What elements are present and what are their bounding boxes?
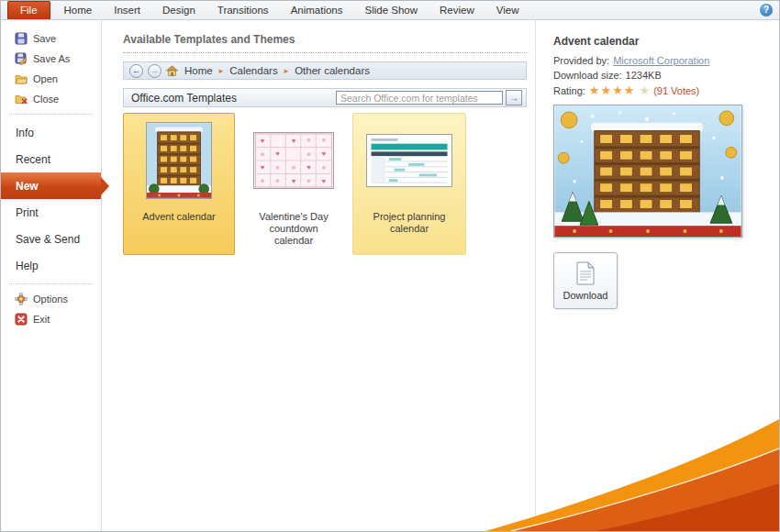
sidebar-item-help[interactable]: Help <box>1 252 101 279</box>
sidebar-item-label: New <box>16 180 39 193</box>
sidebar-item-info[interactable]: Info <box>1 119 101 146</box>
sidebar-item-label: Close <box>33 94 59 105</box>
sidebar-item-recent[interactable]: Recent <box>1 146 101 172</box>
provided-by-row: Provided by: Microsoft Corporation <box>553 55 779 66</box>
sidebar-item-open[interactable]: Open <box>1 69 101 89</box>
template-label: Project planning calendar <box>357 211 462 235</box>
star-rating-empty-icon: ★ <box>639 84 650 96</box>
section-title: Office.com Templates <box>131 92 336 105</box>
ribbon-tab-bar: File Home Insert Design Transitions Anim… <box>1 1 779 20</box>
tab-review[interactable]: Review <box>429 2 485 19</box>
sidebar-item-label: Recent <box>16 153 50 166</box>
home-icon <box>166 65 178 76</box>
chevron-right-icon: ▸ <box>284 66 289 75</box>
tab-view[interactable]: View <box>485 2 530 19</box>
svg-text:♥: ♥ <box>322 150 327 158</box>
close-icon <box>15 93 28 105</box>
provided-by-link[interactable]: Microsoft Corporation <box>613 55 709 66</box>
svg-text:♥: ♥ <box>275 150 280 158</box>
votes-count: (91 Votes) <box>653 85 699 96</box>
provided-by-label: Provided by: <box>553 55 609 66</box>
save-icon <box>15 32 28 45</box>
sidebar-separator <box>9 114 93 115</box>
template-details-panel: Advent calendar Provided by: Microsoft C… <box>536 20 779 531</box>
sidebar-item-options[interactable]: Options <box>1 289 101 309</box>
valentines-calendar-thumbnail: ♥♥♥ ♥♥♥ ♥♥ <box>253 132 334 189</box>
templates-main-panel: Available Templates and Themes ← → Home … <box>102 20 535 531</box>
backstage-view: Save Save As Open Close <box>1 20 779 531</box>
svg-text:♥: ♥ <box>292 177 296 185</box>
tab-file[interactable]: File <box>7 1 50 19</box>
document-icon <box>575 261 596 285</box>
template-thumbnail-wrap <box>366 114 452 207</box>
search-input[interactable] <box>336 91 503 105</box>
sidebar-item-label: Print <box>16 206 39 219</box>
template-thumbnail-wrap <box>146 114 212 207</box>
breadcrumb-item-calendars[interactable]: Calendars <box>228 65 279 76</box>
tab-design[interactable]: Design <box>151 2 206 19</box>
chevron-right-icon: ▸ <box>219 66 224 75</box>
advent-calendar-thumbnail <box>146 122 212 199</box>
sidebar-item-label: Save & Send <box>16 233 80 246</box>
back-button[interactable]: ← <box>129 64 143 78</box>
svg-text:♥: ♥ <box>306 163 311 172</box>
breadcrumb-item-home[interactable]: Home <box>183 65 215 76</box>
search-go-button[interactable]: → <box>506 90 522 105</box>
sidebar-item-label: Help <box>16 260 39 272</box>
sidebar-item-print[interactable]: Print <box>1 199 101 226</box>
download-size-value: 1234KB <box>626 70 662 81</box>
tab-transitions[interactable]: Transitions <box>206 2 280 19</box>
template-thumbnail-wrap: ♥♥♥ ♥♥♥ ♥♥ <box>253 114 334 207</box>
tab-animations[interactable]: Animations <box>280 2 354 19</box>
template-label: Advent calendar <box>142 211 216 223</box>
sidebar-item-new[interactable]: New <box>1 172 101 199</box>
svg-text:♥: ♥ <box>261 137 265 145</box>
svg-text:♥: ♥ <box>261 163 265 172</box>
help-icon[interactable]: ? <box>760 4 773 17</box>
download-size-row: Download size: 1234KB <box>553 70 779 81</box>
options-icon <box>15 293 28 305</box>
powerpoint-backstage-window: File Home Insert Design Transitions Anim… <box>0 0 780 532</box>
office-templates-section-bar: Office.com Templates → <box>123 88 527 107</box>
open-icon <box>15 72 28 85</box>
template-gallery: Advent calendar ♥♥♥ <box>123 113 527 255</box>
project-planning-calendar-thumbnail <box>366 134 452 187</box>
template-tile-valentines-day-countdown-calendar[interactable]: ♥♥♥ ♥♥♥ ♥♥ Valentine's Day countdown cal… <box>248 113 340 255</box>
file-menu-sidebar: Save Save As Open Close <box>1 20 102 531</box>
sidebar-item-close[interactable]: Close <box>1 89 101 109</box>
tab-insert[interactable]: Insert <box>103 2 151 19</box>
template-label: Valentine's Day countdown calendar <box>252 211 335 247</box>
svg-text:♥: ♥ <box>292 137 296 145</box>
sidebar-item-label: Info <box>16 127 34 139</box>
sidebar-separator <box>9 283 93 284</box>
download-button-label: Download <box>563 290 608 301</box>
page-title: Available Templates and Themes <box>123 33 527 53</box>
star-rating-filled-icon: ★★★★ <box>589 84 636 96</box>
template-tile-project-planning-calendar[interactable]: Project planning calendar <box>352 113 466 255</box>
sidebar-item-label: Save As <box>33 53 70 64</box>
forward-button[interactable]: → <box>148 64 162 78</box>
template-tile-advent-calendar[interactable]: Advent calendar <box>123 113 235 255</box>
sidebar-item-exit[interactable]: Exit <box>1 309 101 329</box>
download-size-label: Download size: <box>553 70 622 81</box>
template-title: Advent calendar <box>553 35 779 48</box>
sidebar-item-label: Exit <box>33 314 50 325</box>
sidebar-item-save[interactable]: Save <box>1 28 101 49</box>
tab-slide-show[interactable]: Slide Show <box>354 2 429 19</box>
sidebar-item-label: Open <box>33 73 58 84</box>
rating-row: Rating: ★★★★ ★ (91 Votes) <box>553 84 779 96</box>
breadcrumb-item-other-calendars[interactable]: Other calendars <box>293 65 372 76</box>
breadcrumb: ← → Home ▸ Calendars ▸ Other calendars <box>123 61 527 80</box>
rating-label: Rating: <box>553 85 585 96</box>
sidebar-item-save-as[interactable]: Save As <box>1 49 101 69</box>
sidebar-item-label: Save <box>33 33 56 44</box>
sidebar-item-save-and-send[interactable]: Save & Send <box>1 226 101 252</box>
save-as-icon <box>15 52 28 65</box>
svg-text:♥: ♥ <box>322 177 327 185</box>
tab-home[interactable]: Home <box>53 2 104 19</box>
exit-icon <box>15 313 28 326</box>
sidebar-item-label: Options <box>33 294 68 305</box>
download-button[interactable]: Download <box>553 252 618 309</box>
advent-calendar-preview-image <box>553 105 742 238</box>
